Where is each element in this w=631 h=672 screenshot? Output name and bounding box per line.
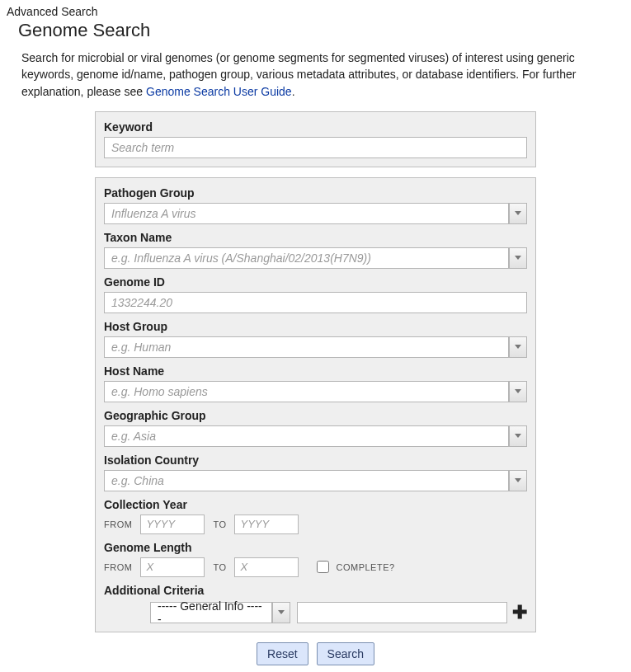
additional-criteria-dropdown-button[interactable] <box>272 602 290 623</box>
geo-group-input[interactable] <box>104 425 509 447</box>
search-button[interactable]: Search <box>317 642 374 665</box>
genome-id-label: Genome ID <box>104 275 527 289</box>
chevron-down-icon <box>515 256 521 260</box>
host-name-dropdown-button[interactable] <box>509 381 527 402</box>
host-group-input[interactable] <box>104 336 509 358</box>
host-name-combo[interactable] <box>104 381 527 402</box>
host-group-combo[interactable] <box>104 336 527 358</box>
keyword-panel: Keyword <box>95 111 536 167</box>
genome-length-from-input[interactable] <box>140 557 205 577</box>
geo-group-dropdown-button[interactable] <box>509 425 527 447</box>
additional-criteria-selected: ----- General Info ----- <box>150 602 272 623</box>
chevron-down-icon <box>515 434 521 438</box>
add-criteria-button[interactable]: ✚ <box>512 604 527 622</box>
action-bar: Reset Search <box>7 642 624 665</box>
complete-checkbox-label: COMPLETE? <box>336 562 394 572</box>
host-name-input[interactable] <box>104 381 509 402</box>
collection-year-row: FROM TO <box>104 515 527 534</box>
isolation-country-combo[interactable] <box>104 470 527 491</box>
genome-length-row: FROM TO COMPLETE? <box>104 557 527 577</box>
chevron-down-icon <box>515 345 521 349</box>
additional-criteria-label: Additional Criteria <box>104 584 527 597</box>
additional-criteria-select[interactable]: ----- General Info ----- <box>150 602 290 623</box>
taxon-name-label: Taxon Name <box>104 231 527 244</box>
collection-year-to-label: TO <box>213 519 226 529</box>
genome-length-from-label: FROM <box>104 562 132 572</box>
taxon-name-combo[interactable] <box>104 247 527 269</box>
pathogen-group-label: Pathogen Group <box>104 186 527 200</box>
breadcrumb: Advanced Search <box>7 5 624 18</box>
additional-criteria-row: ----- General Info ----- ✚ <box>104 602 527 623</box>
collection-year-label: Collection Year <box>104 498 527 511</box>
pathogen-group-combo[interactable] <box>104 203 527 224</box>
genome-length-to-input[interactable] <box>234 557 299 577</box>
genome-length-label: Genome Length <box>104 541 527 554</box>
keyword-label: Keyword <box>104 120 527 134</box>
geo-group-combo[interactable] <box>104 425 527 447</box>
isolation-country-input[interactable] <box>104 470 509 491</box>
isolation-country-label: Isolation Country <box>104 453 527 467</box>
geo-group-label: Geographic Group <box>104 409 527 422</box>
taxon-name-input[interactable] <box>104 247 509 269</box>
genome-length-to-label: TO <box>213 562 226 572</box>
page-title: Genome Search <box>18 20 624 41</box>
pathogen-group-input[interactable] <box>104 203 509 224</box>
intro-text: Search for microbial or viral genomes (o… <box>21 49 616 100</box>
keyword-input[interactable] <box>104 137 527 158</box>
additional-criteria-value-input[interactable] <box>297 602 507 623</box>
intro-suffix: . <box>292 85 295 98</box>
chevron-down-icon <box>278 610 285 614</box>
collection-year-to-input[interactable] <box>234 515 299 534</box>
taxon-name-dropdown-button[interactable] <box>509 247 527 269</box>
host-group-dropdown-button[interactable] <box>509 336 527 358</box>
host-group-label: Host Group <box>104 320 527 333</box>
chevron-down-icon <box>515 211 521 215</box>
host-name-label: Host Name <box>104 364 527 378</box>
genome-id-input[interactable] <box>104 292 527 313</box>
plus-icon: ✚ <box>512 602 527 623</box>
pathogen-group-dropdown-button[interactable] <box>509 203 527 224</box>
collection-year-from-label: FROM <box>104 519 132 529</box>
chevron-down-icon <box>515 389 521 393</box>
criteria-panel: Pathogen Group Taxon Name Genome ID Host… <box>95 177 536 632</box>
intro-body: Search for microbial or viral genomes (o… <box>21 51 576 98</box>
isolation-country-dropdown-button[interactable] <box>509 470 527 491</box>
user-guide-link[interactable]: Genome Search User Guide <box>146 85 292 98</box>
collection-year-from-input[interactable] <box>140 515 205 534</box>
reset-button[interactable]: Reset <box>257 642 308 665</box>
complete-checkbox[interactable] <box>317 561 329 573</box>
chevron-down-icon <box>515 478 521 482</box>
